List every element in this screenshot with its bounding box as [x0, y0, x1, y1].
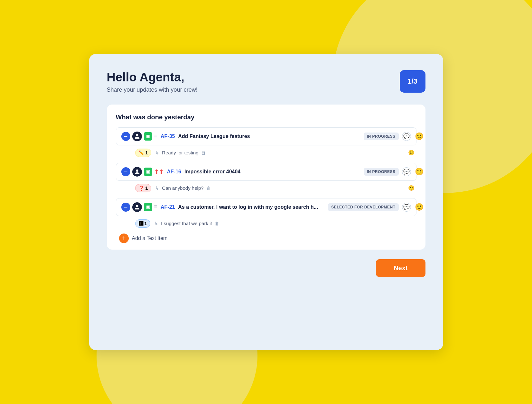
- task-note-row-2: ❓ 1 ↳ Can anybody help? 🗑 🙂: [116, 184, 416, 192]
- trash-icon-3[interactable]: 🗑: [215, 221, 219, 226]
- note-emoji-1: ✏️: [139, 150, 144, 155]
- status-badge-2: IN PROGRESS: [364, 168, 399, 176]
- trash-icon-1[interactable]: 🗑: [201, 150, 206, 155]
- emoji-add-2[interactable]: 🙂: [415, 168, 424, 176]
- emoji-add-1[interactable]: 🙂: [415, 132, 424, 141]
- note-text-3: I suggest that we park it: [161, 221, 212, 226]
- note-emoji-right-1[interactable]: 🙂: [408, 150, 416, 156]
- task-type-icon-3: ▣: [144, 203, 152, 211]
- task-block-2: − ▣ ⬆⬆ AF-16 Impossible error 40404 IN P…: [116, 163, 416, 192]
- priority-icon-1: ≡: [154, 133, 158, 140]
- comment-button-2[interactable]: 💬: [402, 167, 411, 176]
- task-id-3: AF-21: [161, 204, 175, 210]
- avatar-2: [132, 167, 142, 177]
- add-circle-icon: +: [119, 234, 129, 243]
- task-row-3: − ▣ ≡ AF-21 As a customer, I want to log…: [116, 198, 416, 216]
- trash-icon-2[interactable]: 🗑: [206, 186, 211, 191]
- task-note-row-1: ✏️ 1 ↳ Ready for testing 🗑 🙂: [116, 149, 416, 157]
- task-row-wrapper-1: − ▣ ≡ AF-35 Add Fantasy League features …: [116, 127, 416, 145]
- avatar-3: [132, 202, 142, 212]
- note-count-2: 1: [145, 186, 148, 191]
- comment-button-3[interactable]: 💬: [402, 203, 411, 212]
- add-text-row: + Add a Text Item: [116, 234, 416, 243]
- next-btn-container: Next: [107, 259, 425, 277]
- section-title: What was done yesterday: [116, 114, 416, 121]
- remove-button-1[interactable]: −: [121, 132, 130, 141]
- task-row-1: − ▣ ≡ AF-35 Add Fantasy League features …: [116, 127, 416, 145]
- task-row-2: − ▣ ⬆⬆ AF-16 Impossible error 40404 IN P…: [116, 163, 416, 181]
- note-badge-1: ✏️ 1: [135, 149, 152, 157]
- greeting-block: Hello Agenta, Share your updates with yo…: [107, 70, 198, 93]
- modal-header: Hello Agenta, Share your updates with yo…: [107, 70, 425, 93]
- priority-icon-2: ⬆⬆: [154, 168, 164, 175]
- note-badge-3: 🅿 1: [135, 219, 151, 228]
- avatar-1: [132, 132, 142, 141]
- remove-button-3[interactable]: −: [121, 203, 130, 212]
- task-title-3: As a customer, I want to log in with my …: [178, 204, 328, 210]
- comment-button-1[interactable]: 💬: [402, 132, 411, 141]
- note-count-1: 1: [145, 150, 148, 155]
- note-emoji-right-2[interactable]: 🙂: [408, 185, 416, 191]
- task-title-2: Impossible error 40404: [184, 169, 364, 175]
- main-modal: Hello Agenta, Share your updates with yo…: [89, 54, 443, 350]
- status-badge-1: IN PROGRESS: [364, 133, 399, 140]
- note-badge-2: ❓ 1: [135, 184, 152, 192]
- task-id-1: AF-35: [161, 133, 175, 139]
- note-arrow-3: ↳: [154, 221, 158, 226]
- note-text-2: Can anybody help?: [162, 185, 203, 191]
- priority-icon-3: ≡: [154, 204, 158, 210]
- note-emoji-3: 🅿: [139, 221, 143, 226]
- page-badge: 1/3: [400, 70, 425, 93]
- emoji-add-3[interactable]: 🙂: [415, 203, 424, 211]
- task-id-2: AF-16: [167, 169, 181, 175]
- note-text-1: Ready for testing: [162, 150, 198, 155]
- greeting-title: Hello Agenta,: [107, 70, 198, 85]
- task-title-1: Add Fantasy League features: [178, 133, 363, 139]
- add-text-label: Add a Text Item: [132, 235, 168, 241]
- yesterday-section: What was done yesterday − ▣ ≡ AF-35 Add …: [107, 105, 425, 250]
- note-arrow-2: ↳: [155, 185, 159, 191]
- note-count-3: 1: [145, 221, 147, 226]
- task-block-3: − ▣ ≡ AF-21 As a customer, I want to log…: [116, 198, 416, 228]
- note-arrow-1: ↳: [155, 150, 159, 156]
- status-badge-3: SELECTED FOR DEVELOPMENT: [328, 203, 398, 211]
- task-block-1: − ▣ ≡ AF-35 Add Fantasy League features …: [116, 127, 416, 157]
- greeting-subtitle: Share your updates with your crew!: [107, 87, 198, 93]
- next-button[interactable]: Next: [376, 259, 425, 277]
- task-row-wrapper-3: − ▣ ≡ AF-21 As a customer, I want to log…: [116, 198, 416, 216]
- task-note-row-3: 🅿 1 ↳ I suggest that we park it 🗑: [116, 219, 416, 228]
- task-type-icon-1: ▣: [144, 132, 152, 141]
- note-emoji-2: ❓: [139, 186, 144, 191]
- add-text-button[interactable]: + Add a Text Item: [119, 234, 168, 243]
- task-type-icon-2: ▣: [144, 168, 152, 176]
- remove-button-2[interactable]: −: [121, 167, 130, 176]
- task-row-wrapper-2: − ▣ ⬆⬆ AF-16 Impossible error 40404 IN P…: [116, 163, 416, 181]
